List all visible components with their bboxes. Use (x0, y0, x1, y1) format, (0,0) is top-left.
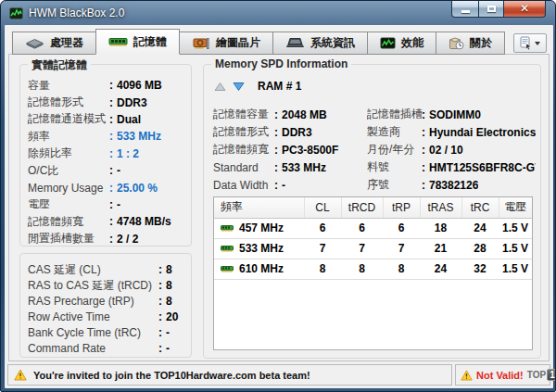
performance-graph-icon (380, 37, 396, 49)
column-header[interactable]: 電壓 (499, 197, 532, 218)
column-header[interactable]: tRC (461, 197, 499, 218)
tab-label: 處理器 (50, 35, 83, 51)
ram-icon (108, 36, 128, 47)
ram-icon (221, 225, 234, 232)
spd-left-column: 記憶體容量:2048 MB 記憶體形式:DDR3 記憶體頻寬:PC3-8500F… (213, 106, 366, 194)
info-row: 記憶體形式:DDR3 (28, 94, 191, 110)
tab-label: 效能 (401, 35, 423, 51)
column-header[interactable]: CL (304, 197, 341, 218)
info-value: :533 MHz (274, 161, 326, 174)
dropdown-caret-icon (535, 42, 540, 45)
info-value: :25.00 % (109, 182, 158, 195)
maximize-button[interactable] (478, 0, 504, 18)
info-row: 電壓:- (28, 196, 191, 213)
spd-frequency-table: 頻率 CL tRCD tRP tRAS tRC 電壓 457 MHz 66618 (213, 196, 533, 350)
tab-label: 系統資訊 (310, 35, 355, 51)
column-header[interactable]: 頻率 (214, 197, 304, 218)
status-bar: You're invited to join the TOP10Hardware… (5, 362, 553, 388)
close-icon: ✕ (520, 3, 529, 14)
table-row[interactable]: 457 MHz 66618241.5 V (214, 218, 532, 238)
info-row: Memory Usage:25.00 % (28, 179, 191, 196)
tab-performance[interactable]: 效能 (367, 32, 436, 55)
info-value: :SODIMM0 (422, 108, 481, 121)
info-value: :2 / 2 (109, 233, 138, 246)
info-row: 記憶體容量:2048 MB (213, 106, 366, 123)
app-icon (9, 6, 23, 20)
info-value: :- (158, 342, 170, 355)
tab-memory[interactable]: 記憶體 (95, 29, 180, 55)
minimize-icon (461, 10, 470, 13)
tab-label: 關於 (470, 35, 492, 51)
tab-about[interactable]: 關於 (436, 32, 505, 55)
info-row: 記憶體插槽:SODIMM0 (367, 106, 536, 123)
info-value: :533 MHz (109, 130, 161, 143)
info-value: :DDR3 (274, 126, 312, 139)
ram-number-label: RAM # 1 (258, 80, 301, 93)
info-row: 閒置插槽數量:2 / 2 (28, 231, 191, 247)
info-row: 序號:78382126 (367, 176, 536, 194)
table-row[interactable]: 533 MHz 77721281.5 V (214, 238, 532, 259)
info-value: :PC3-8500F (274, 144, 338, 157)
info-value: :Dual (109, 113, 141, 126)
info-row: Row Active Time:20 (28, 310, 191, 325)
close-button[interactable]: ✕ (503, 0, 546, 18)
warning-icon (14, 369, 27, 381)
maximize-icon (487, 6, 496, 12)
tab-strip: 處理器 記憶體 繪圖晶片 系統資訊 效能 關於 (13, 29, 505, 55)
window-title: HWM BlackBox 2.0 (29, 6, 124, 19)
export-menu-button[interactable] (513, 33, 547, 53)
cpu-icon (25, 37, 44, 49)
spd-information-group: Memory SPD Information RAM # 1 記憶體容量:204… (203, 64, 541, 359)
ram-selector: RAM # 1 (213, 80, 301, 93)
minimize-button[interactable] (451, 0, 479, 18)
spd-right-column: 記憶體插槽:SODIMM0 製造商:Hyundai Electronics 月份… (367, 106, 536, 194)
info-row: 頻率:533 MHz (28, 128, 191, 145)
info-value: :DDR3 (109, 96, 147, 109)
tab-processor[interactable]: 處理器 (12, 32, 96, 55)
info-row: Bank Cycle Time (tRC):- (28, 325, 191, 341)
info-row: 容量:4096 MB (28, 77, 191, 94)
info-value: :02 / 10 (422, 144, 463, 157)
info-value: :8 (158, 279, 172, 292)
tab-graphics[interactable]: 繪圖晶片 (179, 32, 273, 55)
tab-system-info[interactable]: 系統資訊 (272, 32, 368, 55)
table-row[interactable]: 610 MHz 88824321.5 V (214, 259, 532, 279)
info-value: :4096 MB (109, 79, 162, 92)
column-header[interactable]: tRCD (341, 197, 383, 218)
physical-memory-rows: 容量:4096 MB 記憶體形式:DDR3 記憶體通道模式:Dual 頻率:53… (20, 65, 191, 247)
tab-label: 記憶體 (133, 34, 167, 50)
info-row: Command Rate:- (28, 340, 191, 356)
info-value: :- (274, 179, 285, 192)
titlebar[interactable]: HWM BlackBox 2.0 ✕ (1, 1, 555, 25)
group-title: 實體記憶體 (28, 57, 91, 73)
info-row: RAS Precharge (tRP):8 (28, 294, 191, 310)
column-header[interactable]: tRP (383, 197, 420, 218)
timing-rows: CAS 延遲 (CL):8 RAS to CAS 延遲 (tRCD):8 RAS… (20, 254, 191, 356)
info-row: RAS to CAS 延遲 (tRCD):8 (28, 278, 191, 294)
info-row: Standard:533 MHz (213, 158, 366, 176)
client-area: 處理器 記憶體 繪圖晶片 系統資訊 效能 關於 (5, 25, 553, 388)
table-header-row: 頻率 CL tRCD tRP tRAS tRC 電壓 (214, 197, 532, 218)
column-header[interactable]: tRAS (420, 197, 461, 218)
laptop-icon (285, 37, 305, 49)
info-value: :4748 MB/s (109, 215, 171, 228)
ram-prev-button[interactable] (213, 81, 227, 93)
info-row: 料號:HMT125S6BFR8C-G7 (367, 158, 536, 176)
info-value: :- (109, 198, 120, 211)
info-value: :HMT125S6BFR8C-G7 (422, 161, 536, 174)
info-row: Data Width:- (213, 176, 366, 194)
memory-timings-group: CAS 延遲 (CL):8 RAS to CAS 延遲 (tRCD):8 RAS… (19, 253, 192, 358)
caption-buttons: ✕ (452, 0, 546, 18)
info-value: :20 (158, 310, 178, 323)
info-value: :2048 MB (274, 108, 327, 121)
gpu-icon (192, 37, 210, 50)
license-status-text: Not Valid! (476, 370, 524, 381)
about-icon (449, 37, 464, 50)
beta-invitation-text: You're invited to join the TOP10Hardware… (33, 370, 310, 381)
physical-memory-group: 實體記憶體 容量:4096 MB 記憶體形式:DDR3 記憶體通道模式:Dual… (19, 64, 192, 247)
license-status-panel: Not Valid! TOP 10 (455, 364, 550, 386)
ram-next-button[interactable] (232, 81, 246, 93)
tab-label: 繪圖晶片 (216, 35, 260, 51)
info-row: 記憶體頻寬:PC3-8500F (213, 141, 366, 158)
info-row: CAS 延遲 (CL):8 (28, 262, 191, 278)
